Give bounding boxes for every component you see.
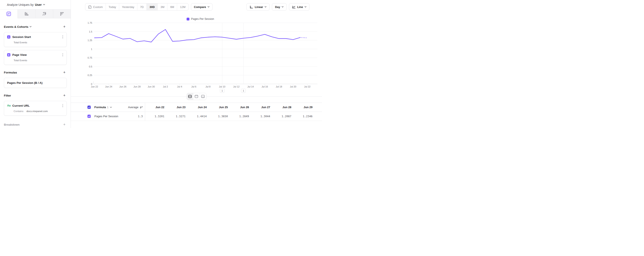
split-view-button[interactable] bbox=[187, 93, 193, 100]
date-column-header[interactable]: Jun 26 bbox=[230, 103, 251, 112]
date-range-label: 30D bbox=[150, 5, 155, 9]
date-range-3m[interactable]: 3M bbox=[158, 3, 167, 10]
chevron-down-icon[interactable] bbox=[110, 107, 112, 108]
chevron-down-icon bbox=[264, 6, 266, 7]
date-range-7d[interactable]: 7D bbox=[137, 3, 147, 10]
query-builder-sidebar: Analyze Uniques by User bbox=[0, 0, 71, 128]
x-axis-label: Jul 14 bbox=[248, 85, 254, 88]
annotation-chip[interactable]: 1 bbox=[220, 89, 224, 93]
chart-view-button[interactable] bbox=[193, 93, 200, 100]
annotation-chip[interactable]: 1 bbox=[241, 89, 246, 93]
x-axis-label: Jul 2 bbox=[163, 85, 168, 88]
kebab-menu-icon[interactable] bbox=[62, 35, 64, 39]
events-section-title: Events & Cohorts bbox=[4, 25, 28, 28]
x-axis-label: Jun 22 bbox=[91, 85, 98, 88]
y-axis-label: 1.25 bbox=[71, 39, 92, 42]
analyze-entity-dropdown[interactable]: User bbox=[35, 3, 42, 6]
report-type-tabs bbox=[0, 9, 70, 18]
x-axis-label: Jul 20 bbox=[290, 85, 296, 88]
interval-select[interactable]: Day bbox=[272, 3, 286, 10]
scale-select[interactable]: Linear bbox=[246, 3, 270, 10]
x-axis-label: Jul 4 bbox=[177, 85, 182, 88]
table-view-button[interactable] bbox=[200, 93, 206, 100]
event-measure[interactable]: Total Events bbox=[14, 41, 64, 44]
data-cell: 1.3201 bbox=[145, 112, 166, 121]
y-axis-label: 0 bbox=[71, 83, 92, 85]
series-checkbox[interactable] bbox=[88, 115, 91, 118]
event-name: Session Start bbox=[12, 35, 31, 39]
date-range-6m[interactable]: 6M bbox=[167, 3, 177, 10]
flows-icon bbox=[42, 12, 46, 16]
filter-value[interactable]: docs.mixpanel.com bbox=[26, 110, 48, 113]
formula-column-header[interactable]: Formula bbox=[94, 106, 106, 109]
kebab-menu-icon[interactable] bbox=[62, 53, 64, 57]
add-event-button[interactable]: + bbox=[62, 24, 67, 29]
y-axis-label: 1.75 bbox=[71, 21, 92, 24]
line-chart-icon bbox=[292, 5, 296, 9]
date-column-header[interactable]: Jun 22 bbox=[145, 103, 166, 112]
analyze-prefix-label: Analyze Uniques by bbox=[7, 3, 34, 6]
formula-card[interactable]: Pages Per Session (B / A) bbox=[4, 78, 67, 88]
table-data-row[interactable]: Pages Per Session 1.3 1.3201 1.3271 1.44… bbox=[71, 112, 322, 121]
add-formula-button[interactable]: + bbox=[62, 70, 67, 75]
date-column-header[interactable]: Jun 25 bbox=[208, 103, 230, 112]
events-section-header: Events & Cohorts + bbox=[4, 24, 67, 29]
date-range-segmented-control: Custom Today Yesterday 7D 30D 3M 6M 12M bbox=[85, 3, 188, 10]
layout-view-toggle bbox=[186, 93, 206, 100]
select-all-checkbox[interactable] bbox=[88, 106, 91, 109]
x-axis-label: Jul 6 bbox=[191, 85, 196, 88]
split-view-icon bbox=[188, 95, 192, 98]
breakdown-section-title: Breakdown bbox=[4, 123, 20, 126]
data-cell: 1.3650 bbox=[208, 112, 230, 121]
date-range-yesterday[interactable]: Yesterday bbox=[119, 3, 137, 10]
chevron-down-icon bbox=[43, 4, 45, 5]
tab-flows[interactable] bbox=[36, 9, 53, 18]
x-axis-label: Jun 28 bbox=[134, 85, 140, 88]
chevron-down-icon[interactable] bbox=[30, 26, 32, 27]
date-column-header[interactable]: Jun 27 bbox=[251, 103, 272, 112]
chart-type-select[interactable]: Line bbox=[289, 3, 310, 10]
date-column-header[interactable]: Jun 23 bbox=[166, 103, 188, 112]
average-sort-header[interactable]: Average bbox=[128, 106, 143, 109]
scale-label: Linear bbox=[254, 5, 263, 9]
add-breakdown-button[interactable]: + bbox=[62, 122, 67, 127]
y-axis-label: 0.25 bbox=[71, 74, 92, 77]
date-column-header[interactable]: Jun 28 bbox=[272, 103, 293, 112]
add-filter-button[interactable]: + bbox=[62, 93, 67, 98]
filter-operator[interactable]: Contains bbox=[14, 110, 23, 113]
calendar-icon bbox=[88, 5, 92, 9]
filter-property-name: Current URL bbox=[12, 104, 30, 107]
date-range-12m[interactable]: 12M bbox=[177, 3, 188, 10]
chart-type-label: Line bbox=[297, 5, 303, 9]
date-column-header[interactable]: Jun 29 bbox=[293, 103, 314, 112]
filter-card-current-url[interactable]: Aa Current URL Contains docs.mixpanel.co… bbox=[4, 101, 67, 116]
date-range-30d[interactable]: 30D bbox=[147, 3, 158, 10]
analyze-header: Analyze Uniques by User bbox=[0, 0, 70, 9]
chevron-down-icon bbox=[304, 6, 306, 7]
data-cell: 1.2346 bbox=[293, 112, 314, 121]
date-column-header[interactable]: Jun 24 bbox=[188, 103, 208, 112]
kebab-menu-icon[interactable] bbox=[62, 104, 64, 108]
date-range-custom[interactable]: Custom bbox=[85, 3, 106, 10]
date-range-label: Today bbox=[109, 5, 116, 9]
chevron-down-icon bbox=[208, 6, 210, 7]
data-cell: 1.4414 bbox=[188, 112, 208, 121]
date-range-label: 7D bbox=[140, 5, 144, 9]
date-range-today[interactable]: Today bbox=[106, 3, 119, 10]
compare-button[interactable]: Compare bbox=[191, 3, 212, 10]
event-card-page-view[interactable]: B Page View Total Events bbox=[4, 50, 67, 65]
tab-retention[interactable] bbox=[53, 9, 70, 18]
event-badge-b: B bbox=[7, 53, 10, 56]
x-axis-label: Jul 18 bbox=[276, 85, 282, 88]
tab-funnels[interactable] bbox=[18, 9, 36, 18]
y-axis-label: 1.5 bbox=[71, 30, 92, 33]
insights-line-chart-icon bbox=[6, 12, 11, 16]
tab-insights[interactable] bbox=[0, 9, 18, 18]
event-measure[interactable]: Total Events bbox=[14, 59, 64, 62]
formula-name: Pages Per Session (B / A) bbox=[7, 81, 42, 85]
bar-chart-icon bbox=[24, 12, 29, 16]
event-card-session-start[interactable]: A Session Start Total Events bbox=[4, 32, 67, 47]
data-cell: 1.3271 bbox=[166, 112, 188, 121]
data-cell: 1.2087 bbox=[272, 112, 293, 121]
x-axis-label: Jul 16 bbox=[262, 85, 268, 88]
